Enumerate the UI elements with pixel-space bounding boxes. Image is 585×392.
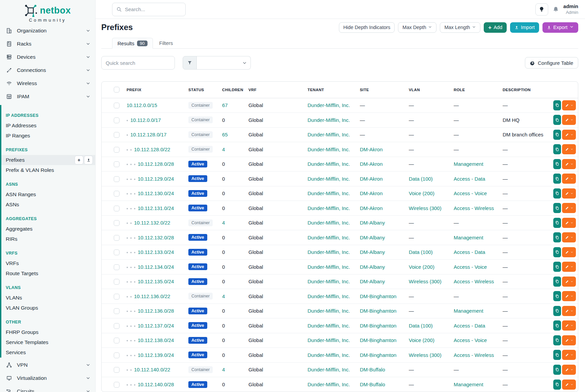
row-checkbox[interactable] [114, 103, 119, 108]
sidebar-item-vlan-groups[interactable]: VLAN Groups [1, 303, 95, 313]
site-link[interactable]: DM-Buffalo [360, 382, 385, 387]
prefix-link[interactable]: 10.112.136.0/28 [138, 308, 174, 314]
sidebar-item-vlans[interactable]: VLANs [1, 293, 95, 303]
tenant-link[interactable]: Dunder-Mifflin, Inc. [308, 337, 350, 343]
clone-button[interactable] [553, 159, 561, 169]
tenant-link[interactable]: Dunder-Mifflin, Inc. [308, 264, 350, 270]
tenant-link[interactable]: Dunder-Mifflin, Inc. [308, 117, 350, 123]
site-link[interactable]: DM-Albany [360, 220, 385, 226]
prefix-link[interactable]: 10.112.138.0/24 [138, 337, 174, 343]
row-checkbox[interactable] [114, 117, 119, 123]
edit-button[interactable] [562, 159, 576, 169]
column-header-role[interactable]: ROLE [450, 82, 499, 98]
quick-search-input[interactable] [101, 56, 175, 70]
sidebar-item-route-targets[interactable]: Route Targets [1, 268, 95, 279]
vlan-link[interactable]: Wireless (300) [409, 279, 442, 284]
sidebar-item-asn-ranges[interactable]: ASN Ranges [1, 189, 95, 200]
children-count-link[interactable]: 4 [222, 220, 225, 226]
edit-button[interactable] [562, 335, 576, 345]
sidebar-item-devices[interactable]: Devices [0, 50, 95, 63]
tenant-link[interactable]: Dunder-Mifflin, Inc. [308, 323, 350, 329]
sidebar-item-ip-addresses[interactable]: IP Addresses [1, 121, 95, 131]
tenant-link[interactable]: Dunder-Mifflin, Inc. [308, 102, 350, 108]
site-link[interactable]: DM-Binghamton [360, 337, 396, 343]
vlan-link[interactable]: Voice (200) [409, 190, 434, 196]
clone-button[interactable] [553, 174, 561, 184]
vlan-link[interactable]: Wireless (300) [409, 205, 442, 211]
row-checkbox[interactable] [114, 250, 119, 255]
edit-button[interactable] [562, 262, 576, 272]
sidebar-item-vpn[interactable]: VPN [0, 358, 95, 371]
clone-button[interactable] [553, 320, 561, 331]
column-header-tenant[interactable]: TENANT [304, 82, 356, 98]
vlan-link[interactable]: Data (100) [409, 249, 433, 255]
site-link[interactable]: DM-Binghamton [360, 293, 396, 299]
theme-toggle-button[interactable] [535, 3, 548, 16]
sidebar-item-ip-ranges[interactable]: IP Ranges [1, 131, 95, 141]
role-link[interactable]: Access - Data [454, 249, 485, 255]
brand[interactable]: netbox Community [0, 0, 95, 24]
sidebar-item-virtualization[interactable]: Virtualization [0, 371, 95, 385]
site-link[interactable]: DM-Binghamton [360, 308, 396, 314]
column-header-description[interactable]: DESCRIPTION [499, 82, 550, 98]
role-link[interactable]: Access - Data [454, 323, 485, 329]
sidebar-item-organization[interactable]: Organization [0, 24, 95, 37]
prefix-link[interactable]: 10.112.140.0/22 [134, 367, 170, 372]
prefix-link[interactable]: 10.112.132.0/22 [134, 220, 170, 226]
tenant-link[interactable]: Dunder-Mifflin, Inc. [308, 205, 350, 211]
sidebar-item-prefix-vlan-roles[interactable]: Prefix & VLAN Roles [1, 165, 95, 175]
sidebar-item-asns[interactable]: ASNs [1, 200, 95, 210]
sidebar-item-aggregates[interactable]: Aggregates [1, 224, 95, 234]
clone-button[interactable] [553, 218, 561, 228]
sidebar-item-ipam[interactable]: IPAM [0, 90, 95, 103]
tenant-link[interactable]: Dunder-Mifflin, Inc. [308, 235, 350, 240]
row-checkbox[interactable] [114, 220, 119, 226]
clone-button[interactable] [553, 350, 561, 360]
edit-button[interactable] [562, 188, 576, 199]
children-count-link[interactable]: 4 [222, 147, 225, 152]
vlan-link[interactable]: Wireless (300) [409, 352, 442, 358]
site-link[interactable]: DM-Akron [360, 176, 383, 182]
clone-button[interactable] [553, 380, 561, 390]
row-checkbox[interactable] [114, 338, 119, 343]
notifications-button[interactable] [553, 6, 559, 12]
role-link[interactable]: Management [454, 235, 483, 240]
prefix-link[interactable]: 10.112.134.0/24 [138, 264, 174, 270]
prefix-link[interactable]: 10.112.140.0/28 [138, 382, 174, 387]
prefix-link[interactable]: 10.112.139.0/24 [138, 352, 174, 358]
edit-button[interactable] [562, 277, 576, 287]
site-link[interactable]: DM-Akron [360, 190, 383, 196]
sidebar-item-vrfs[interactable]: VRFs [1, 258, 95, 268]
tenant-link[interactable]: Dunder-Mifflin, Inc. [308, 190, 350, 196]
row-checkbox[interactable] [114, 235, 119, 241]
select-all-checkbox[interactable] [114, 87, 119, 93]
sidebar-item-racks[interactable]: Racks [0, 37, 95, 50]
clone-button[interactable] [553, 306, 561, 316]
max-depth-dropdown[interactable]: Max Depth [398, 22, 436, 33]
site-link[interactable]: DM-Akron [360, 205, 383, 211]
site-link[interactable]: DM-Akron [360, 147, 383, 152]
tenant-link[interactable]: Dunder-Mifflin, Inc. [308, 161, 350, 167]
prefix-link[interactable]: 10.112.129.0/24 [138, 176, 174, 182]
vlan-link[interactable]: Data (100) [409, 323, 433, 329]
row-checkbox[interactable] [114, 382, 119, 388]
clone-button[interactable] [553, 130, 561, 140]
prefix-link[interactable]: 10.112.131.0/24 [138, 205, 174, 211]
quick-add-button[interactable]: + [75, 156, 83, 164]
clone-button[interactable] [553, 365, 561, 375]
tab-results[interactable]: Results90 [112, 38, 153, 49]
hide-depth-indicators-button[interactable]: Hide Depth Indicators [339, 22, 395, 33]
row-checkbox[interactable] [114, 147, 119, 153]
max-length-dropdown[interactable]: Max Length [440, 22, 480, 33]
row-checkbox[interactable] [114, 352, 119, 358]
column-header-site[interactable]: SITE [356, 82, 405, 98]
children-count-link[interactable]: 65 [222, 132, 228, 137]
site-link[interactable]: DM-Binghamton [360, 323, 396, 329]
row-checkbox[interactable] [114, 308, 119, 314]
tenant-link[interactable]: Dunder-Mifflin, Inc. [308, 293, 350, 299]
vlan-link[interactable]: Voice (200) [409, 337, 434, 343]
site-link[interactable]: DM-Binghamton [360, 352, 396, 358]
site-link[interactable]: DM-Albany [360, 249, 385, 255]
site-link[interactable]: DM-Akron [360, 161, 383, 167]
edit-button[interactable] [562, 218, 576, 228]
